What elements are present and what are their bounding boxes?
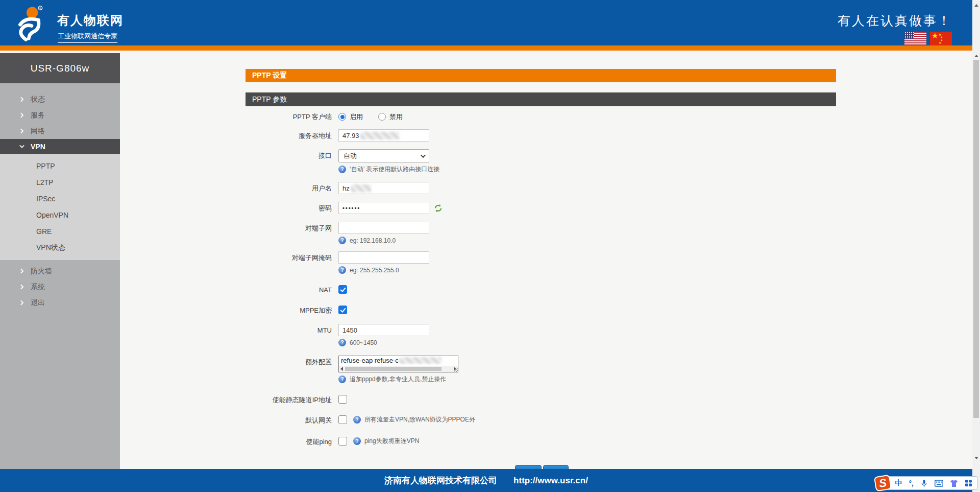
- interface-select[interactable]: 自动: [338, 149, 429, 162]
- chevron-right-icon: [19, 285, 24, 290]
- mtu-row: MTU 1450 ? 600~1450: [246, 324, 836, 346]
- username-input[interactable]: hz: [338, 182, 429, 194]
- scrollbar-thumb[interactable]: [973, 60, 979, 418]
- chinese-flag-button[interactable]: ★ ★ ★ ★ ★: [930, 32, 952, 45]
- sidebar-item-vpn-status[interactable]: VPN状态: [0, 240, 120, 256]
- scroll-up-icon[interactable]: [974, 55, 978, 57]
- sidebar-item-network[interactable]: 网络: [0, 123, 120, 139]
- vertical-scrollbar[interactable]: [972, 0, 980, 492]
- page-title: PPTP 设置: [246, 69, 836, 82]
- company-name: 济南有人物联网技术有限公司: [384, 475, 497, 486]
- scroll-down-icon[interactable]: [974, 457, 978, 459]
- field-label: PPTP 客户端: [246, 110, 338, 123]
- scroll-left-icon[interactable]: [340, 367, 343, 371]
- server-address-input[interactable]: 47.93: [338, 129, 429, 142]
- hint-text: ‘自动’ 表示使用默认路由接口连接: [350, 165, 439, 174]
- nat-checkbox[interactable]: [338, 285, 347, 294]
- cn-star-icon: ★: [932, 32, 938, 40]
- sidebar-item-gre[interactable]: GRE: [0, 223, 120, 240]
- help-icon: ?: [338, 166, 346, 173]
- sidebar-item-l2tp[interactable]: L2TP: [0, 174, 120, 191]
- sidebar-item-vpn[interactable]: VPN: [0, 139, 120, 154]
- company-url-link[interactable]: http://www.usr.cn/: [513, 476, 588, 486]
- field-hint: ? 所有流量走VPN,除WAN协议为PPPOE外: [353, 415, 475, 424]
- peer-subnet-row: 对端子网 ? eg: 192.168.10.0: [246, 222, 836, 244]
- sidebar-item-status[interactable]: 状态: [0, 91, 120, 107]
- resize-grip-icon[interactable]: [454, 368, 458, 372]
- sidebar-item-label: VPN: [31, 143, 45, 151]
- field-label: 服务器地址: [246, 129, 338, 142]
- sidebar-item-label: 网络: [31, 127, 45, 136]
- hint-text: eg: 255.255.255.0: [350, 267, 399, 274]
- ime-mode-button[interactable]: 中: [895, 479, 902, 488]
- field-label: 默认网关: [246, 415, 338, 426]
- mtu-input[interactable]: 1450: [338, 324, 429, 336]
- skin-shirt-icon[interactable]: [950, 479, 958, 487]
- scrollbar-thumb[interactable]: [345, 367, 442, 371]
- field-hint: ? 600~1450: [338, 339, 429, 346]
- default-gateway-checkbox[interactable]: [338, 415, 347, 424]
- help-icon: ?: [353, 416, 361, 424]
- chevron-right-icon: [19, 97, 24, 102]
- sidebar-item-system[interactable]: 系统: [0, 279, 120, 295]
- field-label: 密码: [246, 202, 338, 215]
- field-hint: ? ‘自动’ 表示使用默认路由接口连接: [338, 165, 439, 174]
- mppe-checkbox[interactable]: [338, 306, 347, 314]
- ime-punctuation-button[interactable]: °,: [909, 479, 914, 487]
- extra-config-textarea[interactable]: refuse-eap refuse-c: [338, 356, 458, 372]
- nat-row: NAT: [246, 285, 836, 295]
- extra-config-row: 额外配置 refuse-eap refuse-c ?: [246, 356, 836, 384]
- field-label: 使能ping: [246, 437, 338, 447]
- password-row: 密码 ••••••: [246, 202, 836, 215]
- sidebar-item-ipsec[interactable]: IPSec: [0, 191, 120, 207]
- main-content: PPTP 设置 PPTP 参数 PPTP 客户端 启用 禁用 服务器地址 47.…: [120, 51, 972, 469]
- radio-label: 启用: [350, 112, 363, 122]
- scroll-up-icon[interactable]: [974, 4, 978, 7]
- field-label: 额外配置: [246, 356, 338, 368]
- masked-password: ••••••: [342, 205, 360, 211]
- english-flag-button[interactable]: [904, 32, 926, 45]
- username-row: 用户名 hz: [246, 182, 836, 195]
- sidebar-item-firewall[interactable]: 防火墙: [0, 263, 120, 279]
- refresh-password-icon[interactable]: [434, 204, 443, 213]
- static-ip-checkbox[interactable]: [338, 395, 347, 404]
- hint-text: eg: 192.168.10.0: [350, 237, 396, 244]
- mppe-row: MPPE加密: [246, 306, 836, 316]
- password-input[interactable]: ••••••: [338, 202, 429, 214]
- peer-mask-input[interactable]: [338, 251, 429, 264]
- enable-ping-checkbox[interactable]: [338, 437, 347, 446]
- language-switcher: ★ ★ ★ ★ ★: [904, 32, 952, 45]
- interface-row: 接口 自动 ? ‘自动’ 表示使用默认路由接口连接: [246, 149, 836, 174]
- textarea-hscrollbar[interactable]: [339, 366, 458, 372]
- hint-text: 600~1450: [350, 339, 377, 346]
- sogou-logo-icon[interactable]: S: [873, 475, 891, 491]
- ime-toolbar: S 中 °,: [875, 476, 978, 490]
- sidebar-item-label: 系统: [31, 283, 45, 292]
- field-label: 对端子网: [246, 222, 338, 235]
- enable-radio[interactable]: [338, 113, 346, 121]
- sidebar-item-pptp[interactable]: PPTP: [0, 158, 120, 174]
- keyboard-icon[interactable]: [935, 480, 943, 487]
- peer-subnet-input[interactable]: [338, 222, 429, 234]
- brand-tagline: 工业物联网通信专家: [58, 32, 117, 43]
- help-icon: ?: [338, 339, 346, 346]
- chevron-right-icon: [19, 113, 24, 118]
- sidebar-item-logout[interactable]: 退出: [0, 295, 120, 311]
- selected-option: 自动: [344, 151, 357, 160]
- hint-text: ping失败将重连VPN: [364, 437, 419, 446]
- disable-radio[interactable]: [378, 113, 386, 121]
- default-gateway-row: 默认网关 ? 所有流量走VPN,除WAN协议为PPPOE外: [246, 415, 836, 426]
- orange-divider: [0, 45, 972, 51]
- help-icon: ?: [353, 437, 361, 445]
- sidebar-item-openvpn[interactable]: OpenVPN: [0, 207, 120, 223]
- field-label: 接口: [246, 149, 338, 162]
- svg-text:®: ®: [39, 7, 42, 10]
- chevron-right-icon: [19, 129, 24, 134]
- hint-text: 追加pppd参数,非专业人员,禁止操作: [350, 375, 446, 384]
- microphone-icon[interactable]: [920, 479, 928, 487]
- sidebar-item-services[interactable]: 服务: [0, 107, 120, 123]
- page-footer: 济南有人物联网技术有限公司 http://www.usr.cn/: [0, 469, 972, 492]
- chevron-right-icon: [19, 269, 24, 274]
- toolbox-grid-icon[interactable]: [965, 479, 972, 487]
- chevron-down-icon: [19, 143, 24, 148]
